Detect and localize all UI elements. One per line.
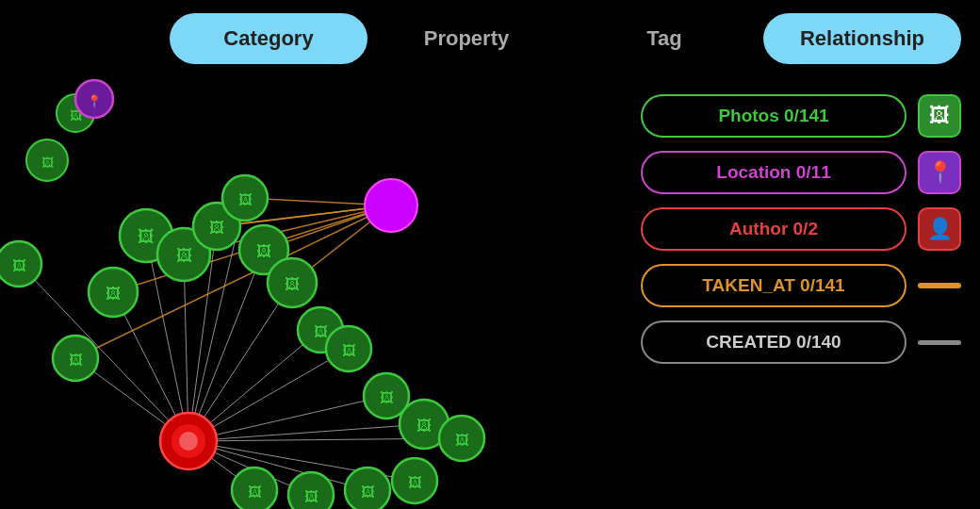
legend-item-created: CREATED 0/140 — [641, 320, 961, 364]
legend-pill-created[interactable]: CREATED 0/140 — [641, 320, 906, 364]
svg-text:🖼: 🖼 — [408, 474, 422, 490]
tab-relationship[interactable]: Relationship — [763, 13, 961, 64]
svg-text:🖼: 🖼 — [256, 243, 271, 259]
legend-line-taken-at — [918, 283, 961, 288]
svg-text:📍: 📍 — [87, 93, 103, 109]
svg-text:🖼: 🖼 — [342, 342, 356, 358]
legend-pill-location[interactable]: Location 0/11 — [641, 151, 906, 194]
svg-text:🖼: 🖼 — [138, 227, 155, 246]
svg-text:🖼: 🖼 — [304, 488, 318, 504]
svg-text:🖼: 🖼 — [41, 156, 54, 170]
svg-text:🖼: 🖼 — [380, 389, 394, 405]
svg-point-75 — [179, 432, 198, 451]
legend-item-author: Author 0/2 👤 — [641, 207, 961, 251]
tab-tag[interactable]: Tag — [565, 13, 763, 64]
svg-text:🖼: 🖼 — [285, 276, 300, 292]
svg-text:🖼: 🖼 — [314, 323, 328, 339]
legend-line-created — [918, 340, 961, 345]
svg-text:🖼: 🖼 — [209, 220, 224, 236]
svg-text:🖼: 🖼 — [12, 257, 26, 273]
tab-category[interactable]: Category — [170, 13, 368, 64]
legend-icon-location: 📍 — [918, 151, 961, 194]
svg-text:🖼: 🖼 — [361, 484, 375, 500]
svg-text:🖼: 🖼 — [238, 191, 253, 207]
legend-pill-author[interactable]: Author 0/2 — [641, 207, 906, 251]
svg-text:🖼: 🖼 — [455, 432, 469, 448]
svg-point-71 — [365, 179, 417, 232]
legend-pill-taken-at[interactable]: TAKEN_AT 0/141 — [641, 264, 906, 307]
legend-item-taken-at: TAKEN_AT 0/141 — [641, 264, 961, 307]
svg-text:🖼: 🖼 — [106, 286, 121, 302]
legend-icon-photos: 🖼 — [918, 94, 961, 138]
legend-icon-author: 👤 — [918, 207, 961, 251]
tab-bar: Category Property Tag Relationship — [170, 13, 961, 64]
legend-pill-photos[interactable]: Photos 0/141 — [641, 94, 906, 138]
legend-item-photos: Photos 0/141 🖼 — [641, 94, 961, 138]
svg-text:🖼: 🖼 — [176, 247, 192, 265]
legend-panel: Photos 0/141 🖼 Location 0/11 📍 Author 0/… — [641, 94, 961, 364]
legend-item-location: Location 0/11 📍 — [641, 151, 961, 194]
svg-text:🖼: 🖼 — [69, 352, 83, 368]
svg-text:🖼: 🖼 — [416, 418, 432, 434]
svg-text:🖼: 🖼 — [248, 484, 262, 500]
graph-area: 🖼 🖼 📍 🖼 🖼 🖼 🖼 🖼 🖼 🖼 🖼 🖼 🖼 🖼 — [0, 0, 584, 509]
tab-property[interactable]: Property — [368, 13, 565, 64]
